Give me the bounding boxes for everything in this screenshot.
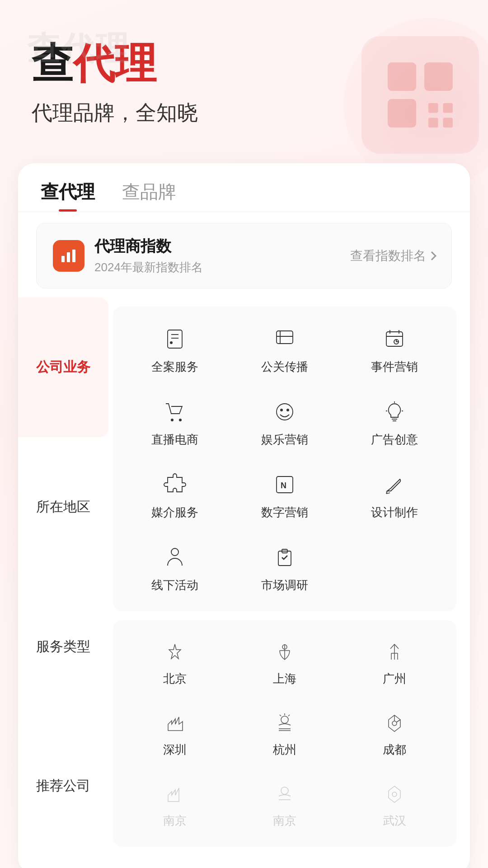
event-icon — [380, 325, 409, 354]
business-item-digital[interactable]: N 数字营销 — [232, 461, 337, 529]
cart-icon — [160, 397, 189, 426]
main-card: 查代理 查品牌 代理商指数 2024年最新指数排名 查看指数排名 — [18, 163, 470, 868]
svg-line-51 — [288, 715, 290, 716]
business-label-full-service: 全案服务 — [151, 359, 198, 375]
city-items: 北京 上海 广州 — [122, 629, 447, 838]
business-item-full-service[interactable]: 全案服务 — [122, 316, 227, 384]
business-item-ecommerce[interactable]: 直播电商 — [122, 388, 227, 457]
bulb-icon — [380, 397, 409, 426]
business-label-digital: 数字营销 — [261, 505, 308, 520]
business-item-media[interactable]: 媒介服务 — [122, 461, 227, 529]
svg-rect-7 — [61, 256, 65, 262]
svg-point-26 — [277, 404, 293, 420]
entertainment-icon — [270, 397, 299, 426]
filter-sidebar: 公司业务 所在地区 服务类型 推荐公司 — [18, 297, 108, 856]
business-label-event: 事件营销 — [371, 359, 418, 375]
business-label-ecommerce: 直播电商 — [151, 432, 198, 448]
tab-bar: 查代理 查品牌 — [18, 163, 470, 212]
svg-point-54 — [392, 721, 397, 726]
title-black-part: 查 — [32, 41, 73, 86]
hangzhou-icon — [271, 709, 298, 736]
city-label-beijing: 北京 — [163, 671, 187, 687]
index-subtitle: 2024年最新指数排名 — [94, 259, 203, 275]
city-label-chengdu: 成都 — [383, 742, 406, 758]
tab-agency[interactable]: 查代理 — [41, 179, 95, 212]
city-item-chengdu[interactable]: 成都 — [342, 700, 447, 767]
city-label-shenzhen: 深圳 — [163, 742, 187, 758]
city-label-9: 武汉 — [383, 813, 406, 829]
business-label-media: 媒介服务 — [151, 505, 198, 520]
tab-brand[interactable]: 查品牌 — [122, 179, 176, 212]
business-item-pr[interactable]: 公关传播 — [232, 316, 337, 384]
svg-point-25 — [179, 419, 182, 421]
pen-icon — [380, 470, 409, 499]
city-item-beijing[interactable]: 北京 — [122, 629, 227, 696]
clipboard-icon — [270, 543, 299, 572]
city-item-shenzhen[interactable]: 深圳 — [122, 700, 227, 767]
business-item-design[interactable]: 设计制作 — [342, 461, 447, 529]
header-title: 查代理 — [32, 41, 456, 86]
svg-rect-9 — [72, 250, 75, 262]
svg-point-48 — [281, 716, 288, 723]
index-title-block: 代理商指数 2024年最新指数排名 — [94, 236, 203, 275]
index-card[interactable]: 代理商指数 2024年最新指数排名 查看指数排名 — [36, 223, 452, 288]
city-section: 北京 上海 广州 — [113, 620, 456, 847]
business-item-creative[interactable]: 广告创意 — [342, 388, 447, 457]
business-label-creative: 广告创意 — [371, 432, 418, 448]
index-icon-bg — [53, 240, 84, 272]
filter-section: 公司业务 所在地区 服务类型 推荐公司 全案服务 — [18, 297, 470, 856]
city-label-guangzhou: 广州 — [383, 671, 406, 687]
svg-line-56 — [397, 720, 400, 722]
puzzle-icon — [160, 470, 189, 499]
chevron-right-icon — [427, 251, 436, 260]
header-subtitle: 代理品牌，全知晓 — [32, 99, 456, 127]
city-item-hangzhou[interactable]: 杭州 — [232, 700, 337, 767]
digital-icon: N — [270, 470, 299, 499]
sidebar-item-business[interactable]: 公司业务 — [18, 297, 108, 437]
index-title: 代理商指数 — [94, 236, 203, 257]
svg-rect-17 — [386, 332, 403, 346]
business-label-design: 设计制作 — [371, 505, 418, 520]
sidebar-item-recommend[interactable]: 推荐公司 — [18, 716, 108, 856]
svg-line-50 — [280, 715, 281, 716]
business-item-offline[interactable]: 线下活动 — [122, 534, 227, 602]
guangzhou-icon — [381, 638, 408, 665]
city-item-8[interactable]: 南京 — [232, 771, 337, 838]
business-label-offline: 线下活动 — [151, 577, 198, 593]
index-link-text: 查看指数排名 — [350, 247, 426, 264]
city-label-7: 南京 — [163, 813, 187, 829]
business-item-research[interactable]: 市场调研 — [232, 534, 337, 602]
sidebar-item-region[interactable]: 所在地区 — [18, 437, 108, 577]
business-item-event[interactable]: 事件营销 — [342, 316, 447, 384]
business-label-pr: 公关传播 — [261, 359, 308, 375]
svg-point-38 — [171, 548, 178, 556]
svg-rect-8 — [67, 252, 70, 262]
city-item-7[interactable]: 南京 — [122, 771, 227, 838]
pr-icon — [270, 325, 299, 354]
tab-divider — [18, 212, 470, 212]
svg-text:N: N — [281, 481, 286, 490]
business-item-entertainment[interactable]: 娱乐营销 — [232, 388, 337, 457]
svg-rect-14 — [277, 331, 293, 344]
city-item-guangzhou[interactable]: 广州 — [342, 629, 447, 696]
index-link[interactable]: 查看指数排名 — [350, 247, 435, 264]
shanghai-icon — [271, 638, 298, 665]
document-icon — [160, 325, 189, 354]
svg-rect-10 — [168, 330, 182, 348]
svg-point-24 — [171, 419, 174, 421]
business-label-research: 市场调研 — [261, 577, 308, 593]
filter-content: 全案服务 公关传播 事件营销 — [108, 297, 470, 856]
city-item-shanghai[interactable]: 上海 — [232, 629, 337, 696]
city-item-9[interactable]: 武汉 — [342, 771, 447, 838]
title-red-part: 代理 — [73, 41, 156, 86]
business-grid: 全案服务 公关传播 事件营销 — [113, 307, 456, 611]
header: 查代理 查代理 代理品牌，全知晓 — [0, 0, 488, 145]
beijing-icon — [161, 638, 188, 665]
svg-point-28 — [286, 409, 289, 411]
svg-point-13 — [170, 341, 173, 344]
sidebar-item-service[interactable]: 服务类型 — [18, 577, 108, 717]
person-icon — [160, 543, 189, 572]
business-items: 全案服务 公关传播 事件营销 — [122, 316, 447, 602]
svg-point-57 — [281, 787, 288, 794]
city-label-hangzhou: 杭州 — [273, 742, 296, 758]
